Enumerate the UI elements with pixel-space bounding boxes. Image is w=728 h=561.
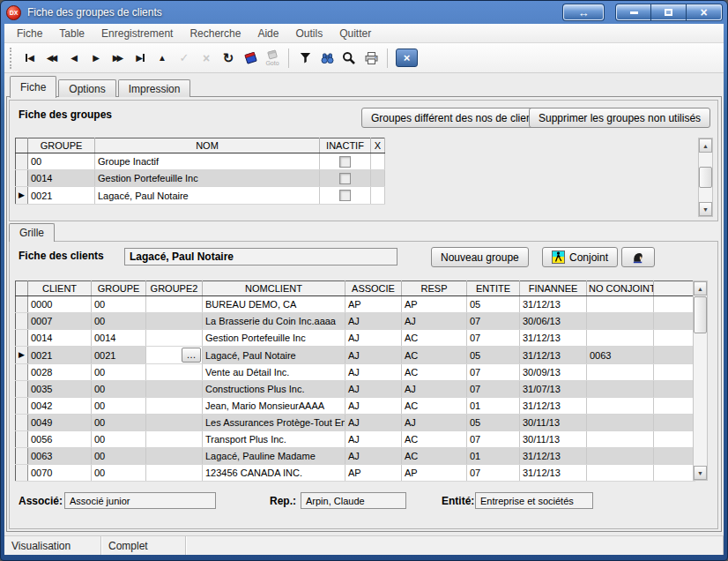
cell-no-conjoint[interactable] xyxy=(587,398,654,415)
row-selector[interactable] xyxy=(16,153,28,170)
cell-inactif[interactable] xyxy=(320,170,371,187)
cell-associe[interactable]: AP xyxy=(345,465,402,482)
goto-button[interactable]: Goto xyxy=(262,47,283,70)
cell-groupe2[interactable] xyxy=(146,313,203,330)
cell-groupe[interactable]: 00 xyxy=(92,415,146,431)
cell-associe[interactable]: AJ xyxy=(345,415,402,431)
cell-entite[interactable]: 07 xyxy=(467,364,520,381)
cell-resp[interactable]: AC xyxy=(402,364,467,381)
first-record-button[interactable]: ◀ xyxy=(19,47,41,70)
cell-associe[interactable]: AJ xyxy=(345,330,402,347)
table-row[interactable]: 000000BUREAU DEMO, CAAPAP0531/12/13 xyxy=(16,296,695,313)
cell-groupe2[interactable] xyxy=(146,296,203,313)
previous-record-button[interactable]: ◀ xyxy=(63,47,85,70)
table-row[interactable]: 000700La Brasserie du Coin Inc.aaaaAJAJ0… xyxy=(16,313,695,330)
confirm-icon[interactable]: ✓ xyxy=(174,47,195,70)
selected-client-field[interactable]: Lagacé, Paul Notaire xyxy=(124,248,397,266)
cell-no-conjoint[interactable] xyxy=(587,415,654,431)
cell-groupe[interactable]: 00 xyxy=(28,153,95,170)
cell-entite[interactable]: 07 xyxy=(467,431,520,448)
row-selector[interactable] xyxy=(16,465,28,482)
cell-nomclient[interactable]: Transport Plus Inc. xyxy=(203,431,345,448)
print-button[interactable] xyxy=(360,47,382,70)
table-row[interactable]: ▶00210021…Lagacé, Paul NotaireAJAC0531/1… xyxy=(16,347,695,364)
rep-field[interactable]: Arpin, Claude xyxy=(301,492,406,509)
cell-inactif[interactable] xyxy=(320,153,371,170)
cell-groupe2[interactable] xyxy=(146,330,203,347)
exit-button[interactable]: × xyxy=(396,49,418,67)
cell-no-conjoint[interactable] xyxy=(587,381,654,398)
cell-groupe[interactable]: 0014 xyxy=(92,330,146,347)
cell-groupe2[interactable] xyxy=(146,448,203,465)
cell-no-conjoint[interactable]: 0063 xyxy=(587,347,654,364)
cell-groupe[interactable]: 0021 xyxy=(28,187,95,205)
menu-item-aide[interactable]: Aide xyxy=(257,27,279,40)
delete-unused-groups-button[interactable]: Supprimer les groupes non utilisés xyxy=(529,108,710,128)
cancel-icon[interactable]: × xyxy=(196,47,217,70)
cell-entite[interactable]: 05 xyxy=(467,415,520,431)
col-client[interactable]: CLIENT xyxy=(28,281,92,296)
cell-entite[interactable]: 07 xyxy=(467,313,520,330)
cell-nom[interactable]: Lagacé, Paul Notaire xyxy=(95,187,320,205)
row-selector[interactable] xyxy=(16,381,28,398)
refresh-button[interactable]: ↻ xyxy=(218,47,239,70)
cell-client[interactable]: 0063 xyxy=(28,448,92,465)
cell-groupe[interactable]: 00 xyxy=(92,364,146,381)
cell-groupe2[interactable] xyxy=(146,431,203,448)
cell-client[interactable]: 0056 xyxy=(28,431,92,448)
scroll-down-icon[interactable]: ▼ xyxy=(699,202,712,216)
inactif-checkbox[interactable] xyxy=(339,190,351,201)
col-finannee[interactable]: FINANNEE xyxy=(520,281,587,296)
cell-resp[interactable]: AC xyxy=(402,347,467,364)
col-nom[interactable]: NOM xyxy=(95,138,320,153)
fast-backward-button[interactable]: ◀◀ xyxy=(41,47,63,70)
toolbar-grip[interactable] xyxy=(10,48,11,69)
last-record-button[interactable]: ▶ xyxy=(130,47,151,70)
menu-item-table[interactable]: Table xyxy=(59,27,85,40)
app-icon[interactable]: DX xyxy=(6,5,21,20)
cell-associe[interactable]: AJ xyxy=(345,364,402,381)
cell-associe[interactable]: AJ xyxy=(345,398,402,415)
cell-client[interactable]: 0028 xyxy=(28,364,92,381)
search-button[interactable] xyxy=(338,47,360,70)
cell-client[interactable]: 0014 xyxy=(28,330,92,347)
cell-associe[interactable]: AP xyxy=(345,296,402,313)
cell-finannee[interactable]: 31/12/13 xyxy=(520,296,587,313)
cell-groupe[interactable]: 00 xyxy=(92,296,146,313)
cell-groupe[interactable]: 00 xyxy=(92,313,146,330)
row-selector[interactable] xyxy=(16,330,28,347)
cell-finannee[interactable]: 30/11/13 xyxy=(520,415,587,431)
cell-inactif[interactable] xyxy=(320,187,371,205)
cell-groupe[interactable]: 0021 xyxy=(92,347,146,364)
cell-groupe2[interactable]: … xyxy=(146,347,203,364)
row-selector[interactable]: ▶ xyxy=(16,187,28,205)
cell-resp[interactable]: AP xyxy=(402,465,467,482)
row-selector[interactable] xyxy=(16,296,28,313)
cell-resp[interactable]: AP xyxy=(402,296,467,313)
table-row[interactable]: 004200Jean, Mario MonsieurAAAAAJAC0131/1… xyxy=(16,398,695,415)
table-row[interactable]: 003500Constructions Plus Inc.AJAJ0731/07… xyxy=(16,381,695,398)
cell-no-conjoint[interactable] xyxy=(587,448,654,465)
col-associe[interactable]: ASSOCIE xyxy=(345,281,402,296)
cell-client[interactable]: 0049 xyxy=(28,415,92,431)
cell-groupe2[interactable] xyxy=(146,415,203,431)
cell-entite[interactable]: 05 xyxy=(467,296,520,313)
cell-entite[interactable]: 07 xyxy=(467,381,520,398)
menu-item-fiche[interactable]: Fiche xyxy=(17,27,42,40)
row-selector[interactable] xyxy=(16,313,28,330)
cell-associe[interactable]: AJ xyxy=(345,381,402,398)
cell-groupe[interactable]: 00 xyxy=(92,448,146,465)
cell-finannee[interactable]: 31/12/13 xyxy=(520,330,587,347)
tab-impression[interactable]: Impression xyxy=(118,79,191,97)
row-selector[interactable]: ▶ xyxy=(16,347,28,364)
row-selector[interactable] xyxy=(16,448,28,465)
groups-scrollbar[interactable]: ▲ ▼ xyxy=(698,138,713,217)
cell-nomclient[interactable]: Jean, Mario MonsieurAAAA xyxy=(203,398,345,415)
table-row[interactable]: 00140014Gestion Portefeuille IncAJAC0731… xyxy=(16,330,695,347)
table-row[interactable]: 007000123456 CANADA INC.APAP0731/12/13 xyxy=(16,465,695,482)
tab-fiche[interactable]: Fiche xyxy=(10,76,56,98)
cell-groupe[interactable]: 00 xyxy=(92,381,146,398)
find-button[interactable] xyxy=(316,47,338,70)
cell-associe[interactable]: AJ xyxy=(345,431,402,448)
cell-nomclient[interactable]: Lagacé, Paul Notaire xyxy=(203,347,345,364)
